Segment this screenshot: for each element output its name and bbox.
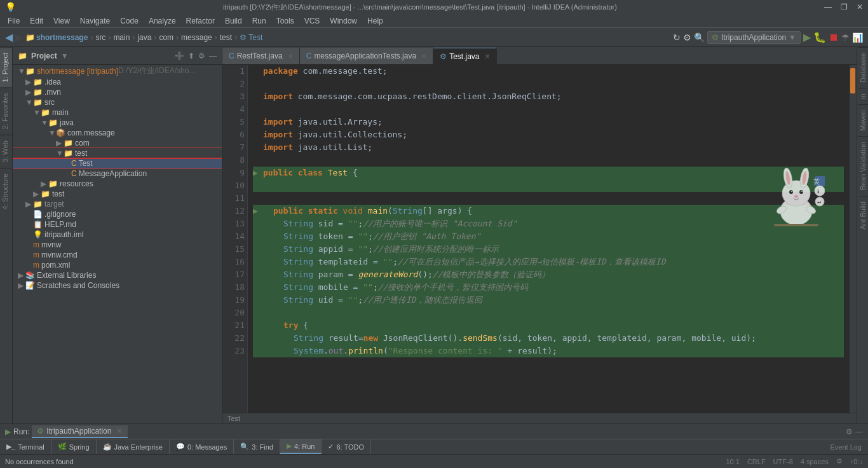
tree-item-gitignore[interactable]: 📄 .gitignore — [13, 209, 222, 219]
tab-messageapp[interactable]: C messageApplicationTests.java ✕ — [300, 48, 433, 64]
line-ending[interactable]: CRLF — [747, 458, 766, 465]
minimize-button[interactable]: — — [824, 3, 832, 11]
sidebar-settings-icon[interactable]: ⚙ — [198, 52, 205, 60]
breadcrumb-main[interactable]: main — [113, 33, 130, 42]
code-content[interactable]: package com.message.test; import com.mes… — [248, 65, 849, 413]
tab-web[interactable]: 3: Web — [0, 135, 12, 168]
menu-item-edit[interactable]: Edit — [25, 15, 48, 27]
sidebar-add-icon[interactable]: ➕ — [175, 52, 184, 60]
menu-item-run[interactable]: Run — [247, 15, 271, 27]
tree-item-testsrc[interactable]: ▶ 📁 test — [13, 189, 222, 199]
sidebar-dropdown-icon[interactable]: ▼ — [61, 52, 69, 60]
breadcrumb-message[interactable]: message — [181, 33, 212, 42]
nav-back-icon[interactable]: ◀ — [5, 31, 13, 43]
menu-item-code[interactable]: Code — [115, 15, 144, 27]
tree-item-com[interactable]: ▶ 📁 com — [13, 138, 222, 148]
sidebar-minimize-icon[interactable]: — — [209, 52, 217, 60]
tool-terminal[interactable]: ▶_ Terminal — [0, 439, 51, 454]
tool-find[interactable]: 🔍 3: Find — [234, 439, 280, 454]
coverage-button[interactable]: ☂ — [841, 32, 850, 43]
run-minimize-icon[interactable]: — — [855, 427, 863, 436]
breadcrumb-com[interactable]: com — [159, 33, 173, 42]
tab-structure[interactable]: 4: Structure — [0, 168, 12, 215]
tool-run[interactable]: ▶ 4: Run — [280, 439, 322, 454]
tree-item-commessage[interactable]: ▼ 📦 com.message — [13, 128, 222, 138]
right-tab-antbuild[interactable]: Ant Build — [858, 196, 868, 235]
breadcrumb-file[interactable]: ⚙ Test — [240, 33, 262, 42]
tree-item-root[interactable]: ▼ 📁 shortmessage [itripauth] D:/Y2/仵业/ID… — [13, 65, 222, 77]
tree-item-resources[interactable]: ▶ 📁 resources — [13, 179, 222, 189]
menu-item-tools[interactable]: Tools — [271, 15, 299, 27]
tree-item-pomxml[interactable]: m pom.xml — [13, 260, 222, 270]
menu-item-navigate[interactable]: Navigate — [75, 15, 115, 27]
run-gutter-12[interactable]: ▶ — [253, 205, 263, 217]
code-editor[interactable]: 12345 678910 1112131415 1617181920 21222… — [222, 65, 857, 413]
right-tab-maven[interactable]: Maven — [858, 104, 868, 136]
titlebar-controls[interactable]: — ❐ ✕ — [824, 3, 863, 11]
tool-javaee[interactable]: ☕ Java Enterprise — [97, 439, 170, 454]
run-tab-itripauthapp[interactable]: ⚙ ItripauthApplication ✕ — [32, 425, 128, 438]
breadcrumb-src[interactable]: src — [95, 33, 105, 42]
menu-item-refactor[interactable]: Refactor — [181, 15, 220, 27]
tool-spring[interactable]: 🌿 Spring — [51, 439, 97, 454]
right-tab-m[interactable]: m — [858, 88, 868, 104]
tab-close-test[interactable]: ✕ — [485, 53, 490, 60]
run-settings-icon[interactable]: ⚙ — [846, 427, 853, 436]
charset[interactable]: UTF-8 — [773, 458, 793, 465]
nav-refresh-icon[interactable]: ↻ — [673, 32, 681, 43]
tree-item-scratches[interactable]: ▶ 📝 Scratches and Consoles — [13, 280, 222, 291]
tree-item-iml[interactable]: 💡 itripauth.iml — [13, 230, 222, 240]
stop-button[interactable]: ⏹ — [829, 32, 839, 43]
run-config-dropdown[interactable]: ▼ — [789, 33, 796, 42]
right-tab-database[interactable]: Database — [858, 47, 868, 88]
breadcrumb-test[interactable]: test — [220, 33, 232, 42]
run-close[interactable]: ✕ — [116, 427, 123, 436]
debug-button[interactable]: 🐛 — [813, 31, 826, 43]
tree-item-java[interactable]: ▼ 📁 java — [13, 118, 222, 128]
tree-item-src[interactable]: ▼ 📁 src — [13, 97, 222, 107]
sidebar-sync-icon[interactable]: ⬆ — [188, 52, 194, 60]
menu-item-file[interactable]: File — [3, 15, 25, 27]
maximize-button[interactable]: ❐ — [841, 3, 848, 11]
tree-item-messageapp[interactable]: C MessageApplication — [13, 169, 222, 179]
tree-item-helpmd[interactable]: 📋 HELP.md — [13, 219, 222, 230]
menu-item-vcs[interactable]: VCS — [299, 15, 325, 27]
menu-item-view[interactable]: View — [48, 15, 75, 27]
breadcrumb-project[interactable]: shortmessage — [36, 33, 88, 42]
menu-item-window[interactable]: Window — [325, 15, 362, 27]
menu-item-build[interactable]: Build — [220, 15, 247, 27]
indent[interactable]: 4 spaces — [801, 458, 829, 465]
tree-item-mvnwcmd[interactable]: m mvnw.cmd — [13, 250, 222, 260]
tab-resttest[interactable]: C RestTest.java ✕ — [222, 48, 300, 64]
tree-item-target[interactable]: ▶ 📁 target — [13, 199, 222, 209]
tab-close-messageapp[interactable]: ✕ — [421, 53, 426, 60]
profile-button[interactable]: 📊 — [852, 32, 863, 43]
nav-search-icon[interactable]: 🔍 — [694, 32, 705, 43]
tree-item-idea[interactable]: ▶ 📁 .idea — [13, 77, 222, 87]
settings-icon[interactable]: ⚙ — [836, 457, 843, 465]
run-gutter-9[interactable]: ▶ — [253, 167, 263, 179]
nav-run-config[interactable]: ⚙ ItripauthApplication ▼ — [707, 31, 801, 44]
close-button[interactable]: ✕ — [857, 3, 863, 11]
tree-item-main[interactable]: ▼ 📁 main — [13, 107, 222, 118]
nav-gear-icon[interactable]: ⚙ — [683, 32, 691, 43]
run-button[interactable]: ▶ — [803, 31, 811, 43]
tree-item-mvnw[interactable]: m mvnw — [13, 240, 222, 250]
menu-item-help[interactable]: Help — [362, 15, 388, 27]
event-log-label[interactable]: Event Log — [824, 443, 868, 451]
tree-item-extlibs[interactable]: ▶ 📚 External Libraries — [13, 270, 222, 280]
tool-todo[interactable]: ✓ 6: TODO — [322, 439, 371, 454]
tab-project[interactable]: 1: Project — [0, 47, 12, 87]
tab-test[interactable]: ⚙ Test.java ✕ — [433, 48, 496, 64]
tree-item-testjava[interactable]: C Test — [13, 158, 222, 169]
tab-favorites[interactable]: 2: Favorites — [0, 87, 12, 134]
cursor-position[interactable]: 10:1 — [726, 458, 739, 465]
tree-item-mvn[interactable]: ▶ 📁 .mvn — [13, 87, 222, 97]
menu-item-analyze[interactable]: Analyze — [144, 15, 181, 27]
scroll-gutter[interactable] — [849, 65, 857, 413]
right-tab-beanvalidation[interactable]: Bean Validation — [858, 136, 868, 195]
tool-messages[interactable]: 💬 0: Messages — [170, 439, 234, 454]
tree-item-test[interactable]: ▼ 📁 test — [13, 148, 222, 158]
tab-close-resttest[interactable]: ✕ — [288, 53, 293, 60]
nav-forward-icon[interactable]: ▶ — [15, 31, 23, 43]
